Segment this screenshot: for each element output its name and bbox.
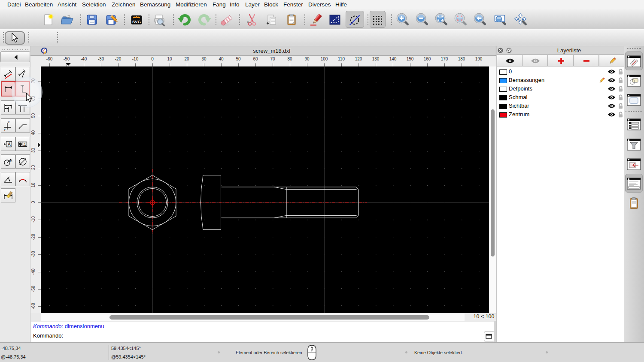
svg-text:x: x [8, 121, 10, 124]
svg-text:.1: .1 [23, 142, 26, 147]
svg-text:SVG: SVG [132, 19, 141, 24]
svg-text:A: A [8, 142, 11, 147]
svg-text:R: R [10, 159, 12, 163]
svg-text:y: y [4, 127, 6, 131]
